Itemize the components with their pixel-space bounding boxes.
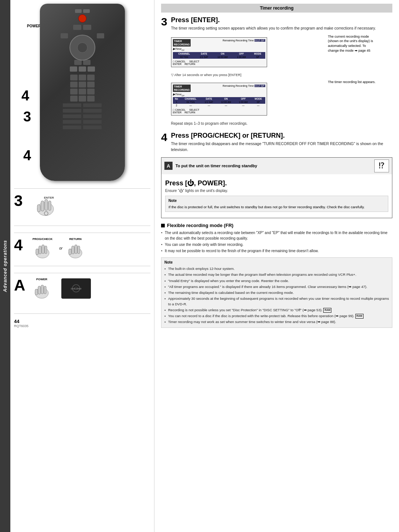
screen2-header-text: TIMER RECORDING [174, 85, 190, 91]
power-button-area: POWER [33, 278, 51, 299]
screen2-remaining: Remaining Recording Time 0:17 SP [191, 85, 265, 87]
remote-return-btn[interactable] [97, 33, 104, 38]
remote-polarity-btn[interactable] [61, 33, 68, 38]
remote-func-btn1[interactable] [63, 103, 81, 107]
svg-rect-1 [41, 201, 44, 211]
remote-num-dash[interactable] [70, 96, 78, 102]
timer-screen-1: TIMER RECORDING Remaining Recording Time… [171, 37, 267, 67]
remote-func-btn9[interactable] [63, 126, 81, 129]
svg-text:ENTER: ENTER [44, 196, 54, 199]
annotation-text: The current recording mode (shown on the… [328, 34, 376, 53]
return-hand-icon [66, 241, 85, 259]
stepA-content: POWER DVD-RAM [33, 278, 91, 299]
screen1-remaining: Remaining Recording Time 0:17 SP [191, 39, 265, 42]
ram-badge-2: RAM [355, 314, 364, 319]
svg-rect-4 [37, 205, 40, 212]
remote-control [40, 4, 125, 181]
note-item-6: Approximately 30 seconds at the beginnin… [164, 296, 389, 307]
section-header: Timer recording [161, 4, 392, 13]
return-button-area: RETURN [66, 237, 85, 259]
remote-skip-btn[interactable] [74, 60, 82, 65]
remote-stop-btn[interactable] [70, 66, 77, 72]
remote-power-button[interactable] [78, 14, 86, 23]
svg-rect-18 [38, 286, 41, 294]
cell2-off1: 1:00 AM [235, 100, 252, 104]
step3-title: Press [ENTER]. [171, 16, 376, 24]
svg-point-22 [72, 285, 80, 292]
col2-channel: CHANNEL [180, 97, 201, 100]
remote-pause-btn[interactable] [79, 66, 86, 72]
remote-func-btn6[interactable] [83, 114, 102, 118]
cell-mode: SP [250, 55, 265, 59]
remote-func-btn2[interactable] [83, 103, 102, 107]
remote-num0[interactable] [79, 96, 86, 102]
cell-off: 1:30 AM [233, 55, 250, 59]
flexible-title: Flexible recording mode (FR) [161, 223, 392, 228]
step3-instruction: 3 Press [ENTER]. The timer recording set… [161, 16, 392, 127]
dvd-ram-device: DVD-RAM [61, 278, 91, 299]
svg-point-23 [75, 287, 78, 290]
box-a-note-body: If the disc is protected or full, the un… [168, 205, 385, 210]
screen1-area: TIMER RECORDING Remaining Recording Time… [171, 34, 376, 70]
step4-content: Press [PROG/CHECK] or [RETURN]. The time… [171, 132, 392, 153]
remote-num-100[interactable] [87, 96, 95, 102]
prog-check-button-area: PROG/CHECK [33, 237, 52, 259]
remote-num6[interactable] [87, 82, 95, 87]
cell2-no1: 1 [173, 100, 180, 104]
stepA-left-section: A POWER DVD-RAM [14, 278, 150, 306]
page-number: 44 [14, 319, 28, 324]
col2-mode: MODE [252, 97, 265, 100]
screen1-data-row: 63 TSN 1/1 SAT 12:00 AM 1:30 AM SP [173, 55, 265, 59]
flexible-bullets: The unit automatically selects a recordi… [161, 230, 392, 254]
screen2-wrapper: TIMER RECORDING Remaining Recording Time… [171, 80, 324, 119]
remote-func-btn10[interactable] [83, 126, 102, 129]
remote-play-btn[interactable] [88, 66, 95, 72]
remote-display-btn[interactable] [73, 25, 81, 30]
remote-func-btn3[interactable] [63, 109, 81, 113]
col2-on: ON [217, 97, 235, 100]
screen2-note-text: The timer recording list appears. [328, 80, 376, 85]
remote-num7[interactable] [70, 89, 78, 95]
remote-func-btn7[interactable] [63, 120, 81, 124]
screen2-return-label: RETURN [184, 111, 195, 114]
remote-func-btn8[interactable] [83, 120, 102, 124]
step4-title: Press [PROG/CHECK] or [RETURN]. [171, 132, 392, 140]
remote-num1[interactable] [70, 75, 78, 80]
step3-left-section: 3 ENTER [14, 193, 150, 226]
remote-enter-btn[interactable] [77, 42, 88, 53]
remote-btn-tv [75, 9, 82, 13]
remote-func-btn4[interactable] [83, 109, 102, 113]
screen2-enter-return: ENTER RETURN [173, 111, 265, 114]
box-a-help-icon: ⁉ [374, 159, 389, 172]
stepA-number: A [14, 278, 27, 293]
col2-date: DATE [201, 97, 217, 100]
remote-func-btn5[interactable] [63, 114, 81, 118]
note-item-7: Recording is not possible unless you set… [164, 308, 389, 313]
screen2-time-badge: 0:17 SP [255, 85, 265, 87]
svg-rect-16 [69, 249, 71, 255]
remote-num4[interactable] [70, 82, 78, 87]
remote-nav-circle[interactable] [69, 35, 95, 61]
sidebar: Advanced operations [0, 0, 10, 532]
screen2-area: TIMER RECORDING Remaining Recording Time… [171, 80, 376, 119]
black-square-icon [161, 224, 165, 227]
remote-slowsearch-btn[interactable] [83, 60, 91, 65]
svg-rect-21 [35, 289, 38, 295]
screen1-top: TIMER RECORDING Remaining Recording Time… [173, 39, 265, 47]
note-item-5: The remaining time displayed is calculat… [164, 290, 389, 295]
remote-num3[interactable] [87, 75, 95, 80]
bottom-note-list: The built-in clock employs 12-hour syste… [164, 266, 389, 325]
remote-num8[interactable] [79, 89, 86, 95]
remote-num2[interactable] [79, 75, 86, 80]
box-a-note: Note If the disc is protected or full, t… [165, 196, 388, 212]
svg-rect-9 [42, 245, 44, 254]
down-arrow-note: ▽ After 14 seconds or when you press [EN… [171, 73, 376, 77]
remote-macro-btn[interactable] [83, 25, 91, 30]
svg-rect-20 [44, 286, 46, 294]
screen2-data-row2: 2 — — — — — [173, 104, 265, 107]
remote-num5[interactable] [79, 82, 86, 87]
sidebar-label: Advanced operations [3, 240, 8, 292]
enter-hand-icon: ENTER [34, 194, 58, 218]
remote-num9[interactable] [87, 89, 95, 95]
cell2-ch1: 64 TSN [180, 100, 201, 104]
